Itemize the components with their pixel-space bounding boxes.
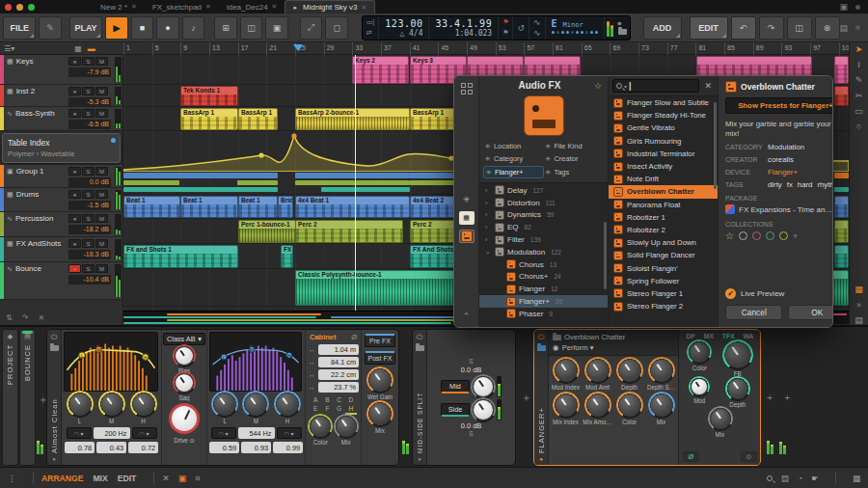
- flanger-knob[interactable]: [587, 360, 609, 381]
- project-folder-icon[interactable]: [618, 29, 627, 36]
- category-value[interactable]: Modulation: [768, 143, 804, 151]
- show-presets-button[interactable]: Show Presets for Flanger+: [725, 97, 833, 114]
- device-name[interactable]: FLANGER+: [537, 354, 546, 453]
- project-tab[interactable]: FX_sketchpad ✕: [145, 0, 219, 14]
- project-panel-tab[interactable]: ◆ PROJECT: [2, 329, 18, 466]
- automation-write-icon[interactable]: ∿: [533, 28, 541, 38]
- low-slope-select[interactable]: ◠ ▾: [67, 427, 92, 439]
- chevron-icon[interactable]: ›: [485, 211, 492, 218]
- maximize-window-icon[interactable]: [28, 4, 35, 11]
- favorite-star-icon[interactable]: ☆: [594, 81, 602, 91]
- knife-tool-icon[interactable]: ✂: [855, 91, 863, 100]
- preset-row[interactable]: Girls Rumouring: [609, 135, 718, 148]
- tree-row[interactable]: Chorus+ 24: [479, 271, 608, 284]
- clip[interactable]: BassArp 2-bounce-1: [295, 108, 410, 130]
- group-clip-strip[interactable]: [834, 173, 849, 178]
- hand-icon[interactable]: ☛: [811, 474, 819, 483]
- track-name[interactable]: Inst 2: [16, 87, 36, 95]
- cabinet-knob[interactable]: [337, 417, 356, 436]
- search-icon[interactable]: [767, 475, 773, 481]
- grid-layout-icon[interactable]: ▦: [74, 44, 82, 53]
- device-name[interactable]: Almost Clean: [50, 354, 59, 453]
- play-menu-button[interactable]: PLAY: [69, 16, 102, 40]
- timeline-ruler[interactable]: ☰▾ ▦ ▬ 159131721252933374145495357616569…: [0, 42, 868, 55]
- preset-row[interactable]: Note Drift: [609, 173, 718, 185]
- playhead-time[interactable]: 1:04.023: [435, 29, 492, 38]
- tree-scrollbar[interactable]: [604, 222, 607, 289]
- expand-panel-icon[interactable]: »: [856, 300, 861, 310]
- close-window-icon[interactable]: [5, 4, 12, 11]
- mute-button[interactable]: M: [95, 264, 108, 273]
- zoom-fit-icon[interactable]: ⤢: [300, 16, 323, 40]
- high-slope-select[interactable]: ◠ ▾: [132, 427, 157, 439]
- solo-button[interactable]: S: [82, 57, 95, 66]
- close-tab-icon[interactable]: ✕: [272, 3, 278, 11]
- record-arm-button[interactable]: ●: [68, 214, 81, 223]
- view-mode-button[interactable]: ARRANGE: [41, 474, 83, 483]
- follow-playhead-icon[interactable]: ◻: [325, 16, 348, 40]
- close-tab-icon[interactable]: ✕: [205, 3, 211, 11]
- solo-button[interactable]: S: [82, 87, 95, 95]
- clip[interactable]: 4x4 Beat 1: [295, 196, 410, 218]
- position-section[interactable]: 33.4.1.99 1:04.023: [429, 16, 499, 40]
- bypass-icon[interactable]: Ø: [351, 333, 357, 341]
- band-knob[interactable]: [101, 393, 122, 415]
- add-track-icon[interactable]: ⊞: [214, 16, 237, 40]
- device-power-icon[interactable]: ⏻: [51, 333, 57, 342]
- solo-bottom[interactable]: S: [429, 430, 513, 437]
- group-clip-strip[interactable]: [295, 173, 410, 178]
- chevron-icon[interactable]: ⌄: [485, 248, 492, 256]
- tfx-color-knob[interactable]: [690, 342, 709, 362]
- route-icon[interactable]: ↷: [22, 313, 29, 322]
- project-tab[interactable]: Midnight Sky v3 ✕: [285, 0, 375, 14]
- perform-mode-select[interactable]: Perform ▾: [562, 343, 594, 352]
- cabinet-model-letter[interactable]: C: [334, 395, 345, 404]
- cabinet-model-letter[interactable]: F: [321, 404, 333, 415]
- pencil-tool-icon[interactable]: ✎: [855, 75, 863, 85]
- flanger-knob[interactable]: [651, 394, 672, 416]
- clip[interactable]: [834, 56, 849, 84]
- band-value-field[interactable]: 0.93: [241, 442, 271, 453]
- snap-grid-icon[interactable]: ▦: [854, 285, 863, 294]
- cabinet-value-field[interactable]: 22.2 cm: [318, 369, 359, 380]
- notifications-icon[interactable]: ▤: [840, 23, 849, 33]
- clip-launcher-icon[interactable]: ◫: [240, 16, 263, 40]
- tfx-mod-knob[interactable]: [692, 379, 707, 394]
- device-power-icon[interactable]: ⏻: [417, 333, 422, 342]
- delete-icon[interactable]: ⊗: [815, 16, 840, 40]
- duplicate-icon[interactable]: ◫: [787, 16, 812, 40]
- cabinet-knob[interactable]: [311, 417, 330, 436]
- track-name[interactable]: Bounce: [15, 264, 41, 273]
- info-icon[interactable]: ⋮: [8, 474, 16, 483]
- record-arm-button[interactable]: ●: [68, 109, 81, 118]
- expander-tab[interactable]: WA: [744, 333, 754, 339]
- filter-item[interactable]: ✳ Tags: [544, 166, 605, 178]
- key-section[interactable]: E Minor: [546, 16, 605, 40]
- preset-row[interactable]: Solid Flange Dancer: [609, 249, 718, 261]
- solo-button[interactable]: S: [82, 214, 95, 223]
- clip[interactable]: Perc 2: [295, 220, 403, 243]
- cabinet-model-letter[interactable]: A: [310, 395, 321, 404]
- time-signature[interactable]: △ 4/4: [385, 29, 422, 38]
- phase-invert-button[interactable]: Ø: [683, 451, 699, 462]
- track-volume[interactable]: -18.2 dB: [68, 225, 111, 234]
- preset-folder-icon[interactable]: [553, 335, 561, 340]
- package-name[interactable]: FX Expansions - Time an…: [739, 205, 832, 214]
- track-name[interactable]: Bass-Synth: [15, 109, 55, 118]
- layout-bars-icon[interactable]: ▬: [88, 44, 95, 53]
- solo-button[interactable]: S: [82, 264, 95, 273]
- clip[interactable]: FX and Shots 1: [123, 245, 238, 268]
- clip[interactable]: [834, 220, 849, 243]
- browser-grid-icon[interactable]: [459, 82, 475, 95]
- preset-row[interactable]: Overblown Chatter: [609, 185, 718, 198]
- clip[interactable]: Perc 1-bounce-1: [238, 220, 296, 243]
- playhead-position[interactable]: 33.4.1.99: [435, 18, 492, 29]
- device-preset-name[interactable]: Overblown Chatter: [564, 333, 625, 341]
- chevron-icon[interactable]: ›: [485, 187, 492, 194]
- view-mode-button[interactable]: EDIT: [118, 474, 137, 483]
- clip[interactable]: [834, 86, 849, 106]
- mute-button[interactable]: M: [95, 214, 108, 223]
- bounce-track-tab[interactable]: ▤ BOUNCE: [19, 329, 36, 466]
- band-value-field[interactable]: 0.43: [96, 442, 126, 453]
- collection-circle-icon[interactable]: [766, 231, 774, 240]
